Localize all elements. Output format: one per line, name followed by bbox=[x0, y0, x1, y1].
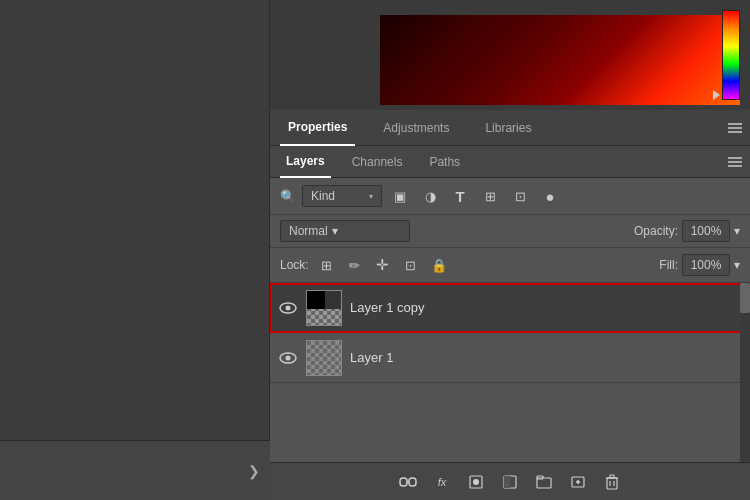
new-fill-adjustment-button[interactable] bbox=[464, 470, 488, 494]
eye-icon bbox=[279, 302, 297, 314]
normal-row: Normal ▾ Opacity: 100% ▾ bbox=[270, 215, 750, 248]
new-layer-button[interactable] bbox=[566, 470, 590, 494]
fill-label: Fill: bbox=[659, 258, 678, 272]
tab-properties[interactable]: Properties bbox=[280, 110, 355, 146]
color-preview-area bbox=[270, 0, 750, 110]
svg-rect-4 bbox=[400, 478, 407, 486]
layer-type-shape-icon[interactable]: ⊞ bbox=[478, 184, 502, 208]
eye-icon bbox=[279, 352, 297, 364]
blend-mode-arrow: ▾ bbox=[332, 224, 338, 238]
search-icon-wrap: 🔍 bbox=[280, 189, 296, 204]
kind-dropdown-arrow: ▾ bbox=[369, 192, 373, 201]
fill-section: Fill: 100% ▾ bbox=[659, 254, 740, 276]
layer-type-mask-icon[interactable]: ● bbox=[538, 184, 562, 208]
fill-dropdown-arrow[interactable]: ▾ bbox=[734, 258, 740, 272]
tab-layers[interactable]: Layers bbox=[280, 146, 331, 178]
color-ramp[interactable] bbox=[722, 10, 740, 100]
svg-rect-15 bbox=[607, 478, 617, 489]
left-sidebar-bottom: ❯ bbox=[0, 440, 270, 500]
tab-paths[interactable]: Paths bbox=[423, 146, 466, 178]
chevron-down-icon[interactable]: ❯ bbox=[248, 463, 260, 479]
layer-name: Layer 1 bbox=[350, 350, 393, 365]
fx-label: fx bbox=[438, 476, 447, 488]
layer-type-smart-icon[interactable]: ⊡ bbox=[508, 184, 532, 208]
svg-point-1 bbox=[286, 305, 291, 310]
link-layers-button[interactable] bbox=[396, 470, 420, 494]
blend-mode-dropdown[interactable]: Normal ▾ bbox=[280, 220, 410, 242]
panel-content: Properties Adjustments Libraries Layers bbox=[270, 110, 750, 500]
layer-item[interactable]: Layer 1 copy bbox=[270, 283, 750, 333]
lock-transparent-icon[interactable]: ⊞ bbox=[315, 253, 339, 277]
effects-button[interactable]: fx bbox=[430, 470, 454, 494]
sub-panel-menu-icon[interactable] bbox=[725, 152, 745, 172]
tab-libraries[interactable]: Libraries bbox=[477, 110, 539, 146]
scrollbar-thumb[interactable] bbox=[740, 283, 750, 313]
layer-item[interactable]: Layer 1 bbox=[270, 333, 750, 383]
kind-dropdown[interactable]: Kind ▾ bbox=[302, 185, 382, 207]
panel-menu-icon[interactable] bbox=[725, 118, 745, 138]
gradient-preview bbox=[380, 15, 740, 105]
search-icon: 🔍 bbox=[280, 189, 296, 204]
lock-label: Lock: bbox=[280, 258, 309, 272]
main-panel: Properties Adjustments Libraries Layers bbox=[270, 110, 750, 500]
new-mask-button[interactable] bbox=[498, 470, 522, 494]
kind-label: Kind bbox=[311, 189, 335, 203]
lock-artboard-icon[interactable]: ⊡ bbox=[399, 253, 423, 277]
new-group-button[interactable] bbox=[532, 470, 556, 494]
sub-tabs-left: Layers Channels Paths bbox=[280, 146, 466, 178]
tab-channels[interactable]: Channels bbox=[346, 146, 409, 178]
kind-row: 🔍 Kind ▾ ▣ ◑ T ⊞ ⊡ ● bbox=[270, 178, 750, 215]
ramp-arrow-icon[interactable] bbox=[713, 90, 720, 100]
svg-rect-17 bbox=[610, 475, 614, 478]
layer-visibility-toggle[interactable] bbox=[278, 298, 298, 318]
layers-list: Layer 1 copy Layer 1 bbox=[270, 283, 750, 383]
bottom-toolbar: fx bbox=[270, 462, 750, 500]
fill-input[interactable]: 100% bbox=[682, 254, 730, 276]
opacity-input[interactable]: 100% bbox=[682, 220, 730, 242]
blend-mode-label: Normal bbox=[289, 224, 328, 238]
svg-point-8 bbox=[473, 479, 479, 485]
layer-name: Layer 1 copy bbox=[350, 300, 424, 315]
layer-thumbnail bbox=[306, 290, 342, 326]
opacity-label: Opacity: bbox=[634, 224, 678, 238]
left-sidebar: ❯ bbox=[0, 0, 270, 500]
lock-image-icon[interactable]: ✏ bbox=[343, 253, 367, 277]
delete-layer-button[interactable] bbox=[600, 470, 624, 494]
svg-point-3 bbox=[286, 355, 291, 360]
lock-position-icon[interactable]: ✛ bbox=[371, 253, 395, 277]
lock-all-icon[interactable]: 🔒 bbox=[427, 253, 451, 277]
lock-icons: ⊞ ✏ ✛ ⊡ 🔒 bbox=[315, 253, 451, 277]
lock-row: Lock: ⊞ ✏ ✛ ⊡ 🔒 Fill: 100% ▾ bbox=[270, 248, 750, 283]
layer-type-adjust-icon[interactable]: ◑ bbox=[418, 184, 442, 208]
tab-adjustments[interactable]: Adjustments bbox=[375, 110, 457, 146]
layer-type-pixel-icon[interactable]: ▣ bbox=[388, 184, 412, 208]
top-tabs-bar: Properties Adjustments Libraries bbox=[270, 110, 750, 146]
layer-thumbnail bbox=[306, 340, 342, 376]
svg-rect-5 bbox=[409, 478, 416, 486]
opacity-dropdown-arrow[interactable]: ▾ bbox=[734, 224, 740, 238]
top-tabs-left: Properties Adjustments Libraries bbox=[280, 110, 539, 146]
layer-visibility-toggle[interactable] bbox=[278, 348, 298, 368]
layer-type-text-icon[interactable]: T bbox=[448, 184, 472, 208]
sub-tabs-bar: Layers Channels Paths bbox=[270, 146, 750, 178]
opacity-section: Opacity: 100% ▾ bbox=[634, 220, 740, 242]
